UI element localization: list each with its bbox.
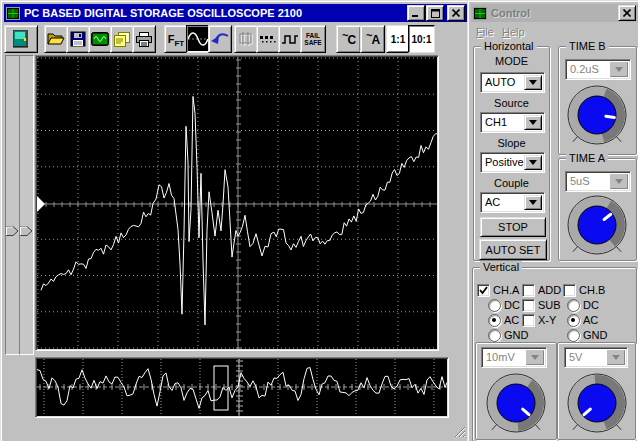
resize-grip[interactable]: [452, 424, 465, 439]
chevron-down-icon: [526, 350, 544, 365]
app-icon: [6, 7, 20, 20]
control-window-title: Control: [491, 7, 530, 19]
slope-select[interactable]: Positive: [480, 152, 545, 173]
chevron-down-icon: [607, 350, 625, 365]
undo-arrow-button[interactable]: [208, 25, 232, 53]
xy-checkbox[interactable]: [522, 314, 535, 327]
fft-label: F: [168, 33, 175, 45]
close-icon[interactable]: [447, 5, 465, 21]
ch-a-range-panel: 10mV: [475, 342, 557, 440]
notes-button[interactable]: [110, 25, 134, 53]
chevron-down-icon[interactable]: [524, 195, 542, 210]
ch-a-dc-radio[interactable]: [488, 299, 501, 312]
overview-waveform-canvas: [37, 359, 447, 416]
main-window-title: PC BASED DIGITAL STORAGE OSCILLOSCOPE 21…: [24, 7, 302, 19]
ch-b-position-slider-thumb[interactable]: [20, 226, 33, 238]
fft-button[interactable]: FFT: [164, 25, 188, 53]
snapshot-button[interactable]: [88, 25, 112, 53]
ch-b-gain-knob[interactable]: [561, 373, 633, 439]
scope-display: [35, 55, 439, 351]
cal-a-button[interactable]: ~A: [360, 25, 385, 53]
slope-label: Slope: [474, 137, 549, 149]
ch-a-range-select: 10mV: [481, 347, 547, 368]
ch-b-range-panel: 5V: [557, 342, 636, 440]
stop-button[interactable]: STOP: [480, 217, 546, 237]
horizontal-group: Horizontal MODE AUTO Source CH1 Slope Po…: [473, 46, 550, 261]
grid-button: [234, 25, 258, 53]
waveform-mode-button[interactable]: [186, 25, 210, 53]
time-b-knob[interactable]: [561, 85, 633, 151]
ch-b-checkbox[interactable]: [563, 284, 576, 297]
chevron-down-icon: [610, 174, 628, 189]
ch-b-gnd-radio[interactable]: [567, 329, 580, 342]
cal-c-button[interactable]: ~C: [336, 25, 361, 53]
ch-a-position-slider[interactable]: [5, 55, 20, 355]
save-button[interactable]: [66, 25, 90, 53]
add-checkbox[interactable]: [522, 284, 535, 297]
overview-strip[interactable]: [35, 357, 449, 418]
print-button[interactable]: [132, 25, 156, 53]
probe-10-1-button[interactable]: 10:1: [408, 25, 435, 53]
sub-checkbox[interactable]: [522, 299, 535, 312]
time-a-select: 5uS: [565, 171, 631, 192]
ch-a-ac-radio[interactable]: [488, 314, 501, 327]
maximize-icon[interactable]: [426, 5, 444, 21]
couple-select[interactable]: AC: [480, 192, 545, 213]
ch-a-gnd-radio[interactable]: [488, 329, 501, 342]
couple-label: Couple: [474, 177, 549, 189]
menu-help: Help: [502, 26, 525, 38]
control-app-icon: [473, 7, 487, 20]
auto-set-button[interactable]: AUTO SET: [479, 239, 547, 260]
ch-b-ac-radio[interactable]: [567, 314, 580, 327]
chevron-down-icon[interactable]: [524, 75, 542, 90]
time-a-knob[interactable]: [561, 195, 633, 261]
source-select[interactable]: CH1: [480, 112, 545, 133]
scope-waveform-canvas: [37, 57, 437, 349]
exit-button[interactable]: [4, 25, 38, 53]
ch-b-dc-radio[interactable]: [567, 299, 580, 312]
time-b-select: 0.2uS: [565, 59, 631, 80]
time-b-group: TIME B 0.2uS: [558, 46, 637, 155]
fail-safe-button[interactable]: FAIL SAFE: [300, 25, 326, 53]
chevron-down-icon[interactable]: [524, 115, 542, 130]
mode-select[interactable]: AUTO: [480, 72, 545, 93]
open-file-button[interactable]: [44, 25, 68, 53]
control-titlebar[interactable]: Control: [471, 4, 638, 22]
ch-b-position-slider[interactable]: [19, 55, 34, 355]
probe-1-1-button[interactable]: 1:1: [386, 25, 410, 53]
ch-b-range-select: 5V: [564, 347, 628, 368]
control-window: Control File Help Horizontal MODE AUTO S…: [467, 0, 638, 441]
ch-a-checkbox[interactable]: [477, 284, 490, 297]
main-titlebar[interactable]: PC BASED DIGITAL STORAGE OSCILLOSCOPE 21…: [4, 4, 467, 22]
square-wave-button[interactable]: [278, 25, 302, 53]
ch-a-gain-knob[interactable]: [480, 373, 552, 439]
chevron-down-icon[interactable]: [524, 155, 542, 170]
minimize-icon[interactable]: [407, 5, 425, 21]
chevron-down-icon: [610, 62, 628, 77]
mode-label: MODE: [474, 55, 549, 67]
time-a-group: TIME A 5uS: [558, 158, 637, 261]
menu-file: File: [476, 26, 494, 38]
ch-a-position-slider-thumb[interactable]: [6, 226, 19, 238]
vertical-group: Vertical CH.A ADD CH.B DC SUB DC AC X-Y …: [472, 267, 637, 441]
dotted-line-button[interactable]: [256, 25, 280, 53]
source-label: Source: [474, 97, 549, 109]
oscilloscope-window: PC BASED DIGITAL STORAGE OSCILLOSCOPE 21…: [0, 0, 469, 441]
control-close-icon[interactable]: [618, 5, 636, 21]
